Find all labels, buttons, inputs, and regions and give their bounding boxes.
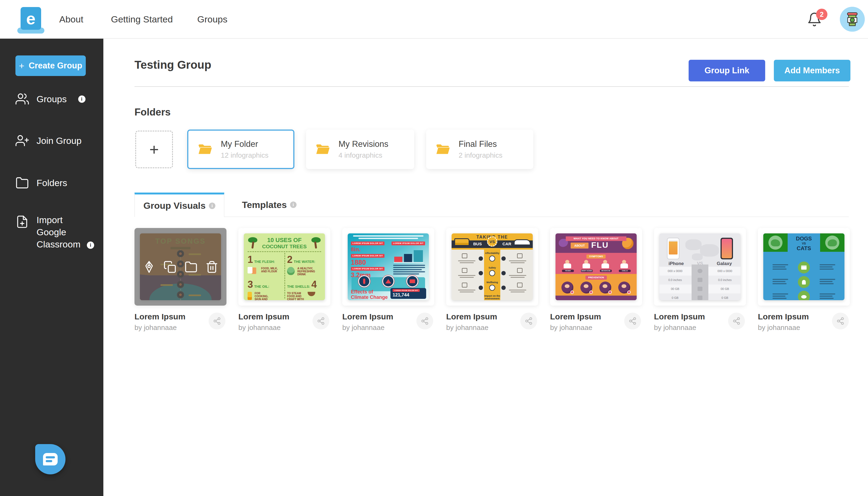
sidebar-import-label: Import Google Classroom i bbox=[36, 214, 94, 250]
sidebar: + Create Group Groups i Join Group Folde… bbox=[0, 39, 103, 496]
sidebar-item-import-google-classroom[interactable]: Import Google Classroom i bbox=[15, 214, 94, 250]
main-content: Testing Group Group Link Add Members Fol… bbox=[103, 39, 868, 496]
file-plus-icon bbox=[15, 215, 29, 229]
notifications-bell[interactable]: 2 bbox=[807, 12, 824, 29]
folder-name: Final Files bbox=[459, 139, 502, 149]
thumb-title: FLU bbox=[591, 241, 609, 250]
tab-label: Templates bbox=[242, 200, 287, 210]
notification-badge: 2 bbox=[816, 9, 827, 20]
share-button[interactable] bbox=[728, 313, 745, 329]
add-folder-button[interactable]: + bbox=[135, 130, 173, 168]
share-icon bbox=[524, 317, 533, 325]
user-avatar[interactable] bbox=[840, 7, 865, 32]
infographic-thumb-bus-vs-car: TAKING THE BUS CAR VS Affordability Safe… bbox=[452, 233, 533, 300]
visual-thumbnail-card[interactable]: TAKING THE BUS CAR VS Affordability Safe… bbox=[446, 228, 538, 306]
create-group-label: Create Group bbox=[29, 61, 82, 71]
share-button[interactable] bbox=[209, 313, 225, 329]
move-to-folder-icon[interactable] bbox=[184, 261, 198, 274]
infographic-thumb-coconut: 10 USES OF COCONUT TREES 1 THE FLESH: FO… bbox=[244, 233, 325, 300]
folder-card-my-folder[interactable]: My Folder 12 infographics bbox=[187, 129, 294, 169]
header-divider bbox=[135, 86, 849, 87]
visual-card: iPhone VS Galaxy 000 x 0000 000 x 0000 0… bbox=[654, 228, 746, 331]
share-icon bbox=[317, 317, 325, 325]
visual-thumbnail-card[interactable]: LOREM IPSUM DOLOR SIT 8in. LOREM IPSUM D… bbox=[342, 228, 434, 306]
share-icon bbox=[213, 317, 221, 325]
share-button[interactable] bbox=[313, 313, 329, 329]
visual-thumbnail-card[interactable]: WHAT YOU NEED TO KNOW ABOUT ABOUT FLU SY… bbox=[550, 228, 642, 306]
sidebar-folders-label: Folders bbox=[36, 178, 67, 188]
visual-card: DOGS VS CATS Lorem Ipsum by johannaae bbox=[758, 228, 850, 331]
thumb-title: CATS bbox=[763, 245, 844, 251]
folder-count: 4 infographics bbox=[338, 151, 388, 159]
folder-card-final-files[interactable]: Final Files 2 infographics bbox=[426, 129, 533, 169]
group-link-button[interactable]: Group Link bbox=[689, 60, 765, 81]
sidebar-item-join-group[interactable]: Join Group bbox=[15, 134, 81, 148]
visual-thumbnail-card[interactable]: TOP SONGS bbox=[135, 228, 227, 306]
edit-pen-icon[interactable] bbox=[142, 261, 156, 274]
open-folder-icon bbox=[316, 143, 330, 155]
folder-name: My Revisions bbox=[338, 139, 388, 149]
page-title: Testing Group bbox=[135, 58, 211, 72]
nav-link-groups[interactable]: Groups bbox=[197, 0, 228, 39]
chat-bubble-icon bbox=[43, 453, 58, 465]
folder-name: My Folder bbox=[221, 139, 269, 149]
share-icon bbox=[628, 317, 637, 325]
info-icon[interactable]: i bbox=[87, 242, 94, 249]
info-icon[interactable]: i bbox=[78, 95, 86, 103]
plus-icon: + bbox=[19, 61, 24, 71]
top-navbar: e About Getting Started Groups 2 bbox=[0, 0, 868, 39]
share-button[interactable] bbox=[832, 313, 849, 329]
visual-card: WHAT YOU NEED TO KNOW ABOUT ABOUT FLU SY… bbox=[550, 228, 642, 331]
tabs-baseline bbox=[224, 217, 849, 217]
people-icon bbox=[15, 92, 29, 106]
card-hover-overlay bbox=[135, 228, 227, 306]
open-folder-icon bbox=[198, 143, 213, 155]
folder-card-my-revisions[interactable]: My Revisions 4 infographics bbox=[306, 129, 414, 169]
add-members-button[interactable]: Add Members bbox=[774, 60, 850, 81]
thumb-title: COCONUT TREES bbox=[244, 244, 325, 250]
share-icon bbox=[732, 317, 741, 325]
sidebar-item-groups[interactable]: Groups i bbox=[15, 92, 86, 106]
visual-card: LOREM IPSUM DOLOR SIT 8in. LOREM IPSUM D… bbox=[342, 228, 434, 331]
tab-group-visuals[interactable]: Group Visuals i bbox=[135, 192, 224, 217]
create-group-button[interactable]: + Create Group bbox=[15, 56, 86, 76]
duplicate-icon[interactable] bbox=[164, 261, 177, 274]
info-icon[interactable]: i bbox=[209, 203, 215, 209]
nav-link-about[interactable]: About bbox=[59, 0, 83, 39]
thumb-title: DOGS bbox=[763, 235, 844, 242]
share-icon bbox=[421, 317, 429, 325]
thumb-title: 10 USES OF bbox=[244, 237, 325, 244]
infographic-thumb-dogs-cats: DOGS VS CATS bbox=[763, 233, 844, 300]
infographic-thumb-phones: iPhone VS Galaxy 000 x 0000 000 x 0000 0… bbox=[659, 233, 741, 300]
coffee-cup-avatar-icon bbox=[840, 7, 865, 32]
folders-heading: Folders bbox=[135, 107, 171, 118]
sidebar-join-label: Join Group bbox=[36, 136, 81, 146]
folder-icon bbox=[15, 176, 29, 190]
sidebar-groups-label: Groups bbox=[36, 94, 67, 104]
visual-card: TOP SONGS bbox=[135, 228, 227, 331]
visual-thumbnail-card[interactable]: iPhone VS Galaxy 000 x 0000 000 x 0000 0… bbox=[654, 228, 746, 306]
info-icon[interactable]: i bbox=[290, 201, 296, 208]
share-button[interactable] bbox=[624, 313, 641, 329]
visual-thumbnail-card[interactable]: 10 USES OF COCONUT TREES 1 THE FLESH: FO… bbox=[238, 228, 330, 306]
plus-icon: + bbox=[149, 140, 159, 159]
infographic-thumb-flu: WHAT YOU NEED TO KNOW ABOUT ABOUT FLU SY… bbox=[555, 233, 637, 300]
visual-thumbnail-card[interactable]: DOGS VS CATS bbox=[758, 228, 850, 306]
visual-card: TAKING THE BUS CAR VS Affordability Safe… bbox=[446, 228, 538, 331]
person-plus-icon bbox=[15, 134, 29, 148]
share-icon bbox=[836, 317, 844, 325]
tab-label: Group Visuals bbox=[143, 200, 205, 211]
sidebar-item-folders[interactable]: Folders bbox=[15, 176, 67, 190]
chat-launcher-button[interactable] bbox=[35, 444, 65, 474]
open-folder-icon bbox=[436, 143, 451, 155]
trash-icon[interactable] bbox=[205, 261, 218, 274]
tab-templates[interactable]: Templates i bbox=[224, 192, 314, 217]
share-button[interactable] bbox=[416, 313, 433, 329]
folder-count: 2 infographics bbox=[459, 151, 502, 159]
nav-link-getting-started[interactable]: Getting Started bbox=[111, 0, 173, 39]
folder-count: 12 infographics bbox=[221, 151, 269, 159]
share-button[interactable] bbox=[520, 313, 537, 329]
logo-letter: e bbox=[20, 7, 41, 30]
infographic-thumb-climate: LOREM IPSUM DOLOR SIT 8in. LOREM IPSUM D… bbox=[348, 233, 429, 300]
easelly-logo[interactable]: e bbox=[17, 5, 44, 33]
